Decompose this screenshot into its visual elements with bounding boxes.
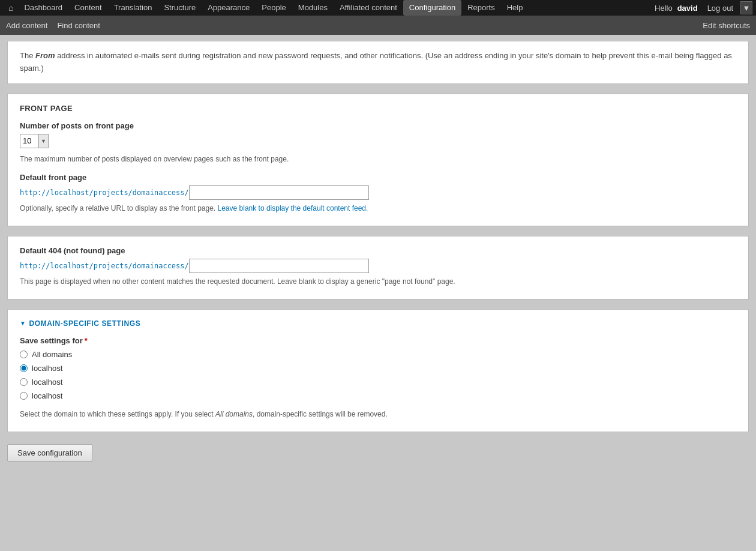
dropdown-arrow[interactable]: ▼ <box>740 1 752 14</box>
edit-shortcuts-link[interactable]: Edit shortcuts <box>703 21 750 30</box>
username: david <box>677 4 698 13</box>
logout-link[interactable]: Log out <box>707 4 733 13</box>
shortcuts-bar: Add content Find content Edit shortcuts <box>0 16 756 35</box>
404-section: Default 404 (not found) page http://loca… <box>7 236 749 300</box>
radio-localhost-3-label: localhost <box>32 391 62 400</box>
required-star: * <box>85 336 88 345</box>
radio-item-localhost-3[interactable]: localhost <box>20 391 736 400</box>
front-page-description: Optionally, specify a relative URL to di… <box>20 203 736 214</box>
404-description: This page is displayed when no other con… <box>20 276 736 287</box>
home-icon[interactable]: ⌂ <box>4 3 18 13</box>
nav-item-modules[interactable]: Modules <box>292 0 334 16</box>
radio-localhost-2-label: localhost <box>32 378 62 387</box>
front-page-url-prefix: http://localhost/projects/domainaccess/ <box>20 188 189 197</box>
domain-section-label: DOMAIN-SPECIFIC SETTINGS <box>29 319 141 328</box>
radio-all-domains-label: All domains <box>32 350 72 359</box>
404-page-input[interactable] <box>189 259 369 273</box>
find-content-link[interactable]: Find content <box>57 21 100 30</box>
front-page-url-row: http://localhost/projects/domainaccess/ <box>20 185 736 200</box>
domain-radio-group: All domains localhost localhost localhos… <box>20 350 736 400</box>
posts-description: The maximum number of posts displayed on… <box>20 154 736 164</box>
radio-localhost-1-label: localhost <box>32 364 62 373</box>
nav-item-help[interactable]: Help <box>501 0 529 16</box>
user-area: Hello david Log out ▼ <box>655 1 752 14</box>
nav-item-reports[interactable]: Reports <box>461 0 501 16</box>
radio-localhost-1[interactable] <box>20 364 28 372</box>
radio-item-localhost-1[interactable]: localhost <box>20 364 736 373</box>
domain-section-title: ▼ DOMAIN-SPECIFIC SETTINGS <box>20 319 736 328</box>
front-page-title: FRONT PAGE <box>20 104 736 113</box>
nav-item-translation[interactable]: Translation <box>108 0 158 16</box>
email-description-text: The From address in automated e-mails se… <box>20 50 736 75</box>
posts-select-wrap: 10 5 15 20 25 ▼ <box>20 134 49 148</box>
save-configuration-row: Save configuration <box>7 442 749 462</box>
nav-item-configuration[interactable]: Configuration <box>403 0 461 16</box>
posts-select[interactable]: 10 5 15 20 25 <box>20 134 38 148</box>
default-front-label: Default front page <box>20 173 736 182</box>
nav-item-affiliated[interactable]: Affiliated content <box>334 0 403 16</box>
front-page-section: FRONT PAGE Number of posts on front page… <box>7 94 749 226</box>
front-page-blank-link[interactable]: Leave blank to display the default conte… <box>218 204 368 212</box>
save-settings-label-row: Save settings for* <box>20 336 736 345</box>
404-url-row: http://localhost/projects/domainaccess/ <box>20 259 736 273</box>
nav-item-dashboard[interactable]: Dashboard <box>18 0 68 16</box>
radio-localhost-2[interactable] <box>20 378 28 386</box>
nav-item-content[interactable]: Content <box>68 0 108 16</box>
domain-arrow-icon: ▼ <box>20 320 26 327</box>
hello-text: Hello <box>655 4 673 13</box>
radio-localhost-3[interactable] <box>20 392 28 400</box>
top-navigation: ⌂ Dashboard Content Translation Structur… <box>0 0 756 16</box>
email-description-card: The From address in automated e-mails se… <box>7 41 749 84</box>
all-domains-italic: All domains <box>215 410 253 418</box>
add-content-link[interactable]: Add content <box>6 21 47 30</box>
main-content: The From address in automated e-mails se… <box>0 35 756 551</box>
nav-item-appearance[interactable]: Appearance <box>202 0 256 16</box>
domain-select-description: Select the domain to which these setting… <box>20 409 736 420</box>
radio-item-all-domains[interactable]: All domains <box>20 350 736 359</box>
radio-item-localhost-2[interactable]: localhost <box>20 378 736 387</box>
posts-label: Number of posts on front page <box>20 121 736 130</box>
save-settings-label: Save settings for* <box>20 336 88 345</box>
domain-settings-section: ▼ DOMAIN-SPECIFIC SETTINGS Save settings… <box>7 309 749 432</box>
select-arrow-icon[interactable]: ▼ <box>38 134 48 148</box>
nav-item-people[interactable]: People <box>256 0 292 16</box>
radio-all-domains[interactable] <box>20 351 28 358</box>
404-url-prefix: http://localhost/projects/domainaccess/ <box>20 262 189 270</box>
404-label: Default 404 (not found) page <box>20 246 736 255</box>
save-configuration-button[interactable]: Save configuration <box>7 444 92 462</box>
nav-item-structure[interactable]: Structure <box>158 0 202 16</box>
front-page-input[interactable] <box>189 185 369 200</box>
